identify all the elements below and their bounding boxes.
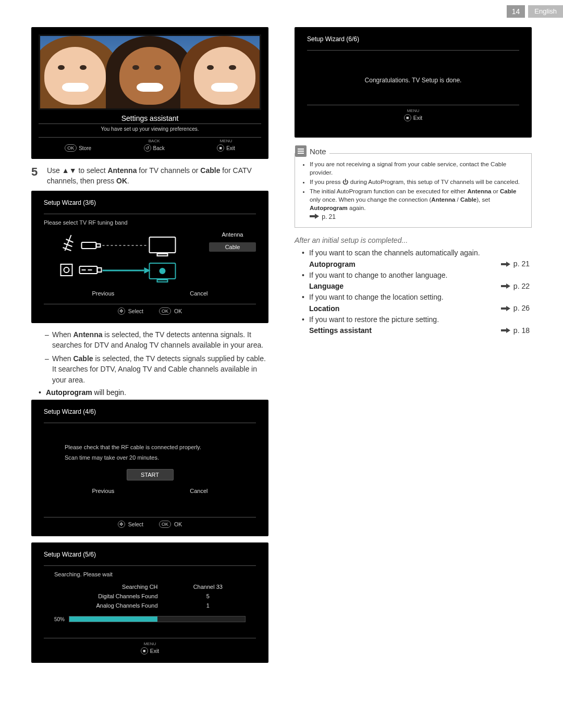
panel-settings-assistant: Settings assistant You have set up your … (31, 27, 268, 159)
svg-point-10 (64, 267, 69, 273)
after-item: If you want to change to another languag… (295, 270, 532, 281)
ok-label: OK (174, 308, 182, 314)
searching-label: Searching. Please wait (44, 571, 256, 577)
back-top-label: BACK (144, 139, 165, 143)
menu-top-label: MENU (144, 641, 156, 646)
page-ref: p. 26 (513, 303, 530, 314)
wizard-4of6-line1: Please check that the RF cable is connec… (44, 444, 256, 450)
progress-percent: 50% (54, 616, 65, 622)
note-icon (295, 145, 307, 157)
step-text: Use ▲▼ to select Antenna for TV channels… (47, 165, 268, 187)
svg-rect-7 (157, 254, 168, 256)
svg-line-3 (63, 248, 71, 251)
menu-top-label: MENU (217, 139, 235, 143)
page-ref: p. 18 (513, 325, 530, 336)
note-item: The initial AutoProgram function can be … (310, 187, 526, 221)
language-label: English (528, 5, 563, 18)
wizard-3of6-sub: Please select TV RF tuning band (44, 219, 256, 226)
wizard-4of6-line2: Scan time may take over 20 minutes. (44, 454, 256, 461)
ok-key-icon: OK (159, 307, 171, 315)
ok-key-icon: OK (65, 144, 77, 152)
cancel-button[interactable]: Cancel (190, 290, 207, 297)
svg-rect-12 (97, 268, 102, 272)
note-label: Note (310, 147, 326, 156)
page-number: 14 (507, 5, 525, 18)
svg-rect-17 (157, 280, 168, 282)
select-label: Select (128, 308, 143, 314)
page-ref-arrow-icon (501, 306, 511, 311)
assistant-title: Settings assistant (39, 110, 261, 124)
after-ref-label: Autoprogram (309, 259, 356, 270)
select-label: Select (128, 521, 143, 527)
panel-wizard-4of6: Setup Wizard (4/6) Please check that the… (31, 400, 268, 536)
svg-rect-5 (96, 244, 101, 247)
dpad-icon: ✥ (118, 521, 125, 528)
wizard-4of6-title: Setup Wizard (4/6) (44, 408, 256, 421)
note-item: If you are not receiving a signal from y… (310, 160, 526, 177)
progress-bar (69, 616, 246, 622)
after-ref-label: Location (309, 303, 339, 314)
page-ref-arrow-icon (501, 283, 511, 289)
previous-button[interactable]: Previous (92, 488, 114, 494)
note-box: Note If you are not receiving a signal f… (295, 153, 532, 228)
assistant-subtitle: You have set up your viewing preferences… (39, 124, 261, 137)
search-results-table: Searching CHChannel 33 Digital Channels … (44, 582, 256, 611)
page-ref-arrow-icon (501, 328, 511, 333)
start-button[interactable]: START (127, 469, 174, 480)
page-ref-arrow-icon (501, 262, 511, 267)
option-cable[interactable]: Cable (209, 242, 256, 252)
previous-button[interactable]: Previous (92, 290, 114, 297)
svg-rect-9 (61, 264, 72, 276)
menu-top-label: MENU (407, 108, 420, 113)
page-ref: p. 21 (513, 258, 530, 269)
exit-label: Exit (150, 648, 160, 654)
page-ref-arrow-icon (310, 214, 320, 219)
assistant-photo (39, 34, 261, 110)
note-list: If you are not receiving a signal from y… (300, 160, 526, 221)
after-ref: Autoprogramp. 21 (295, 258, 532, 270)
wizard-3of6-title: Setup Wizard (3/6) (44, 199, 256, 212)
step-5: 5 Use ▲▼ to select Antenna for TV channe… (31, 165, 268, 187)
wizard-5of6-title: Setup Wizard (5/6) (44, 551, 256, 563)
store-label: Store (79, 145, 91, 151)
tuning-diagram (44, 230, 203, 287)
after-ref: Locationp. 26 (295, 303, 532, 314)
exit-button-icon: ■ (141, 647, 148, 655)
after-item: If you want to change the location setti… (295, 292, 532, 303)
svg-point-16 (160, 268, 165, 274)
after-item: If you want to restore the picture setti… (295, 314, 532, 325)
after-ref: Settings assistantp. 18 (295, 325, 532, 337)
page-ref: p. 22 (513, 281, 530, 292)
ok-key-icon: OK (159, 521, 171, 528)
dash-list: When Antenna is selected, the TV detects… (31, 329, 268, 385)
panel-wizard-3of6: Setup Wizard (3/6) Please select TV RF t… (31, 191, 268, 323)
svg-rect-4 (82, 242, 96, 249)
assistant-footer: OKStore BACK ↺Back MENU ■Exit (39, 137, 261, 152)
svg-rect-6 (150, 237, 176, 253)
autoprogram-begin: Autoprogram will begin. (31, 388, 268, 397)
dpad-icon: ✥ (118, 307, 125, 315)
after-heading: After an initial setup is completed... (295, 236, 532, 244)
note-item: If you press ⏻ during AutoProgram, this … (310, 178, 526, 186)
back-button-icon: ↺ (144, 144, 151, 152)
page-ref: p. 21 (322, 213, 336, 221)
step-number: 5 (31, 165, 42, 187)
wizard-6of6-title: Setup Wizard (6/6) (307, 35, 519, 48)
back-label: Back (153, 145, 165, 151)
after-ref-label: Language (309, 281, 344, 292)
panel-wizard-6of6: Setup Wizard (6/6) Congratulations. TV S… (295, 27, 532, 138)
after-ref-label: Settings assistant (309, 325, 372, 336)
updown-arrows-icon: ▲▼ (62, 166, 77, 175)
ok-label: OK (174, 521, 182, 527)
option-antenna[interactable]: Antenna (209, 230, 256, 239)
after-item: If you want to scan the channels automat… (295, 248, 532, 258)
wizard-6of6-message: Congratulations. TV Setup is done. (307, 56, 519, 105)
exit-label: Exit (413, 115, 423, 121)
exit-label: Exit (226, 145, 235, 151)
after-list: If you want to scan the channels automat… (295, 248, 532, 336)
after-ref: Languagep. 22 (295, 281, 532, 292)
panel-wizard-5of6: Setup Wizard (5/6) Searching. Please wai… (31, 542, 268, 663)
exit-button-icon: ■ (217, 144, 224, 152)
cancel-button[interactable]: Cancel (190, 488, 207, 494)
exit-button-icon: ■ (404, 114, 411, 121)
